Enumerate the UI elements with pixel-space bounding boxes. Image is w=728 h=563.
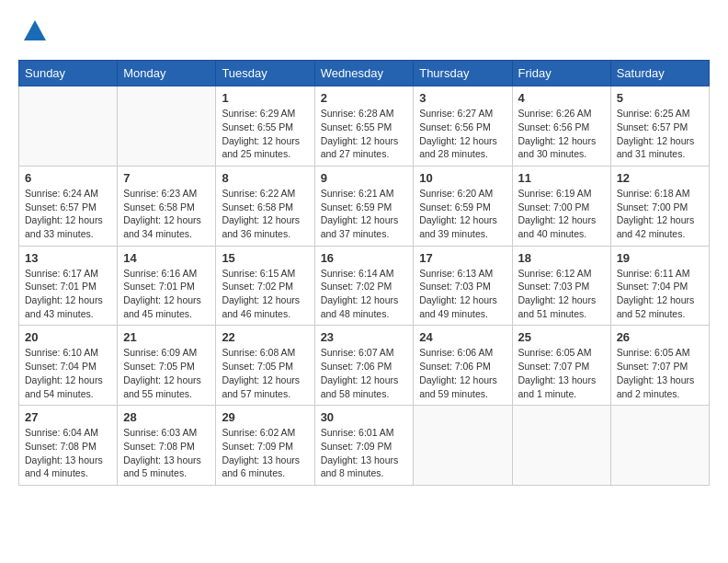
calendar-cell: 16Sunrise: 6:14 AM Sunset: 7:02 PM Dayli… — [314, 246, 414, 326]
calendar-cell: 23Sunrise: 6:07 AM Sunset: 7:06 PM Dayli… — [314, 326, 414, 406]
day-detail: Sunrise: 6:29 AM Sunset: 6:55 PM Dayligh… — [222, 107, 308, 161]
day-detail: Sunrise: 6:07 AM Sunset: 7:06 PM Dayligh… — [321, 346, 408, 400]
day-detail: Sunrise: 6:02 AM Sunset: 7:09 PM Dayligh… — [222, 426, 308, 480]
weekday-header: Monday — [118, 61, 216, 86]
calendar-week-row: 6Sunrise: 6:24 AM Sunset: 6:57 PM Daylig… — [19, 166, 710, 246]
day-number: 11 — [518, 171, 605, 185]
calendar-cell: 8Sunrise: 6:22 AM Sunset: 6:58 PM Daylig… — [216, 166, 314, 246]
day-number: 13 — [25, 251, 111, 265]
calendar-cell: 19Sunrise: 6:11 AM Sunset: 7:04 PM Dayli… — [610, 246, 709, 326]
calendar-cell: 5Sunrise: 6:25 AM Sunset: 6:57 PM Daylig… — [610, 86, 709, 167]
calendar-cell: 17Sunrise: 6:13 AM Sunset: 7:03 PM Dayli… — [414, 246, 512, 326]
calendar-cell: 2Sunrise: 6:28 AM Sunset: 6:55 PM Daylig… — [314, 86, 414, 167]
calendar-cell: 22Sunrise: 6:08 AM Sunset: 7:05 PM Dayli… — [216, 326, 314, 406]
page-header — [18, 18, 710, 45]
day-number: 16 — [321, 251, 408, 265]
calendar-cell — [512, 406, 610, 486]
calendar-cell: 14Sunrise: 6:16 AM Sunset: 7:01 PM Dayli… — [118, 246, 216, 326]
day-detail: Sunrise: 6:20 AM Sunset: 6:59 PM Dayligh… — [419, 187, 506, 241]
calendar-cell: 26Sunrise: 6:05 AM Sunset: 7:07 PM Dayli… — [610, 326, 709, 406]
logo — [18, 18, 48, 45]
weekday-header: Wednesday — [314, 61, 414, 86]
day-detail: Sunrise: 6:25 AM Sunset: 6:57 PM Dayligh… — [617, 107, 703, 161]
day-number: 18 — [518, 251, 605, 265]
calendar-cell: 28Sunrise: 6:03 AM Sunset: 7:08 PM Dayli… — [118, 406, 216, 486]
day-number: 17 — [419, 251, 506, 265]
day-detail: Sunrise: 6:11 AM Sunset: 7:04 PM Dayligh… — [617, 267, 703, 321]
calendar-week-row: 20Sunrise: 6:10 AM Sunset: 7:04 PM Dayli… — [19, 326, 710, 406]
day-detail: Sunrise: 6:10 AM Sunset: 7:04 PM Dayligh… — [25, 346, 111, 400]
weekday-header: Saturday — [610, 61, 709, 86]
weekday-header: Thursday — [414, 61, 512, 86]
day-detail: Sunrise: 6:19 AM Sunset: 7:00 PM Dayligh… — [518, 187, 605, 241]
day-detail: Sunrise: 6:17 AM Sunset: 7:01 PM Dayligh… — [25, 267, 111, 321]
day-detail: Sunrise: 6:27 AM Sunset: 6:56 PM Dayligh… — [419, 107, 506, 161]
calendar-cell: 21Sunrise: 6:09 AM Sunset: 7:05 PM Dayli… — [118, 326, 216, 406]
day-number: 9 — [321, 171, 408, 185]
day-detail: Sunrise: 6:14 AM Sunset: 7:02 PM Dayligh… — [321, 267, 408, 321]
day-number: 5 — [617, 91, 703, 105]
day-number: 3 — [419, 91, 506, 105]
day-number: 24 — [419, 330, 506, 344]
calendar-cell — [118, 86, 216, 167]
day-number: 15 — [222, 251, 308, 265]
day-number: 21 — [123, 330, 210, 344]
day-detail: Sunrise: 6:01 AM Sunset: 7:09 PM Dayligh… — [321, 426, 408, 480]
calendar-week-row: 1Sunrise: 6:29 AM Sunset: 6:55 PM Daylig… — [19, 86, 710, 167]
day-detail: Sunrise: 6:24 AM Sunset: 6:57 PM Dayligh… — [25, 187, 111, 241]
weekday-header: Sunday — [19, 61, 118, 86]
weekday-header: Friday — [512, 61, 610, 86]
calendar-cell: 13Sunrise: 6:17 AM Sunset: 7:01 PM Dayli… — [19, 246, 118, 326]
calendar-cell: 29Sunrise: 6:02 AM Sunset: 7:09 PM Dayli… — [216, 406, 314, 486]
calendar-cell: 10Sunrise: 6:20 AM Sunset: 6:59 PM Dayli… — [414, 166, 512, 246]
day-number: 27 — [25, 410, 111, 424]
day-detail: Sunrise: 6:18 AM Sunset: 7:00 PM Dayligh… — [617, 187, 703, 241]
calendar-cell: 11Sunrise: 6:19 AM Sunset: 7:00 PM Dayli… — [512, 166, 610, 246]
day-number: 25 — [518, 330, 605, 344]
calendar-cell: 15Sunrise: 6:15 AM Sunset: 7:02 PM Dayli… — [216, 246, 314, 326]
day-number: 19 — [617, 251, 703, 265]
calendar-cell: 3Sunrise: 6:27 AM Sunset: 6:56 PM Daylig… — [414, 86, 512, 167]
calendar-cell — [610, 406, 709, 486]
day-number: 7 — [123, 171, 210, 185]
calendar-cell: 7Sunrise: 6:23 AM Sunset: 6:58 PM Daylig… — [118, 166, 216, 246]
calendar-cell: 30Sunrise: 6:01 AM Sunset: 7:09 PM Dayli… — [314, 406, 414, 486]
calendar-cell: 18Sunrise: 6:12 AM Sunset: 7:03 PM Dayli… — [512, 246, 610, 326]
day-number: 10 — [419, 171, 506, 185]
calendar-cell: 27Sunrise: 6:04 AM Sunset: 7:08 PM Dayli… — [19, 406, 118, 486]
calendar-header-row: SundayMondayTuesdayWednesdayThursdayFrid… — [19, 61, 710, 86]
day-detail: Sunrise: 6:03 AM Sunset: 7:08 PM Dayligh… — [123, 426, 210, 480]
day-detail: Sunrise: 6:13 AM Sunset: 7:03 PM Dayligh… — [419, 267, 506, 321]
day-detail: Sunrise: 6:22 AM Sunset: 6:58 PM Dayligh… — [222, 187, 308, 241]
day-number: 26 — [617, 330, 703, 344]
day-detail: Sunrise: 6:16 AM Sunset: 7:01 PM Dayligh… — [123, 267, 210, 321]
day-number: 29 — [222, 410, 308, 424]
day-number: 1 — [222, 91, 308, 105]
calendar-cell: 24Sunrise: 6:06 AM Sunset: 7:06 PM Dayli… — [414, 326, 512, 406]
day-number: 20 — [25, 330, 111, 344]
calendar-cell: 4Sunrise: 6:26 AM Sunset: 6:56 PM Daylig… — [512, 86, 610, 167]
day-detail: Sunrise: 6:15 AM Sunset: 7:02 PM Dayligh… — [222, 267, 308, 321]
calendar-cell — [19, 86, 118, 167]
day-detail: Sunrise: 6:21 AM Sunset: 6:59 PM Dayligh… — [321, 187, 408, 241]
calendar-cell: 1Sunrise: 6:29 AM Sunset: 6:55 PM Daylig… — [216, 86, 314, 167]
calendar-table: SundayMondayTuesdayWednesdayThursdayFrid… — [18, 60, 710, 486]
day-number: 2 — [321, 91, 408, 105]
day-number: 14 — [123, 251, 210, 265]
calendar-week-row: 13Sunrise: 6:17 AM Sunset: 7:01 PM Dayli… — [19, 246, 710, 326]
day-number: 12 — [617, 171, 703, 185]
calendar-cell: 6Sunrise: 6:24 AM Sunset: 6:57 PM Daylig… — [19, 166, 118, 246]
calendar-cell: 20Sunrise: 6:10 AM Sunset: 7:04 PM Dayli… — [19, 326, 118, 406]
day-number: 30 — [321, 410, 408, 424]
day-number: 22 — [222, 330, 308, 344]
day-detail: Sunrise: 6:04 AM Sunset: 7:08 PM Dayligh… — [25, 426, 111, 480]
day-detail: Sunrise: 6:06 AM Sunset: 7:06 PM Dayligh… — [419, 346, 506, 400]
weekday-header: Tuesday — [216, 61, 314, 86]
calendar-cell: 9Sunrise: 6:21 AM Sunset: 6:59 PM Daylig… — [314, 166, 414, 246]
day-number: 28 — [123, 410, 210, 424]
day-detail: Sunrise: 6:05 AM Sunset: 7:07 PM Dayligh… — [617, 346, 703, 400]
day-detail: Sunrise: 6:26 AM Sunset: 6:56 PM Dayligh… — [518, 107, 605, 161]
calendar-cell: 12Sunrise: 6:18 AM Sunset: 7:00 PM Dayli… — [610, 166, 709, 246]
day-number: 6 — [25, 171, 111, 185]
logo-icon — [22, 18, 48, 44]
